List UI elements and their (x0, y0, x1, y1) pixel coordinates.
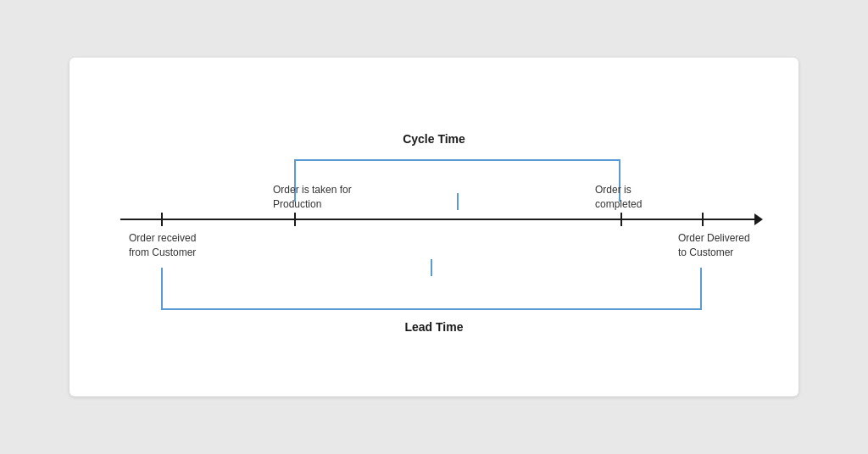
cycle-time-label: Cycle Time (70, 132, 798, 146)
label-order-delivered-line1: Order Delivered (678, 232, 750, 244)
label-order-completed-line2: completed (595, 198, 642, 210)
label-order-production: Order is taken for Production (273, 183, 352, 212)
lead-bracket-tick (431, 259, 432, 276)
label-order-received-line2: from Customer (129, 246, 196, 258)
tick-order-received (161, 213, 163, 226)
label-order-completed-line1: Order is (595, 184, 632, 196)
lead-time-bracket (161, 268, 702, 310)
label-order-delivered: Order Delivered to Customer (678, 231, 750, 260)
label-order-delivered-line2: to Customer (678, 246, 733, 258)
cycle-bracket-tick (457, 193, 459, 210)
label-order-received-line1: Order received (129, 232, 196, 244)
label-order-received: Order received from Customer (129, 231, 196, 260)
tick-order-delivered (702, 213, 704, 226)
tick-order-completed (620, 213, 622, 226)
label-order-completed: Order is completed (595, 183, 642, 212)
timeline-line (120, 219, 756, 220)
diagram-card: Cycle Time Order received from Customer … (70, 58, 798, 396)
lead-time-label: Lead Time (70, 320, 798, 334)
label-order-production-line2: Production (273, 198, 321, 210)
label-order-production-line1: Order is taken for (273, 184, 352, 196)
tick-order-production (294, 213, 296, 226)
